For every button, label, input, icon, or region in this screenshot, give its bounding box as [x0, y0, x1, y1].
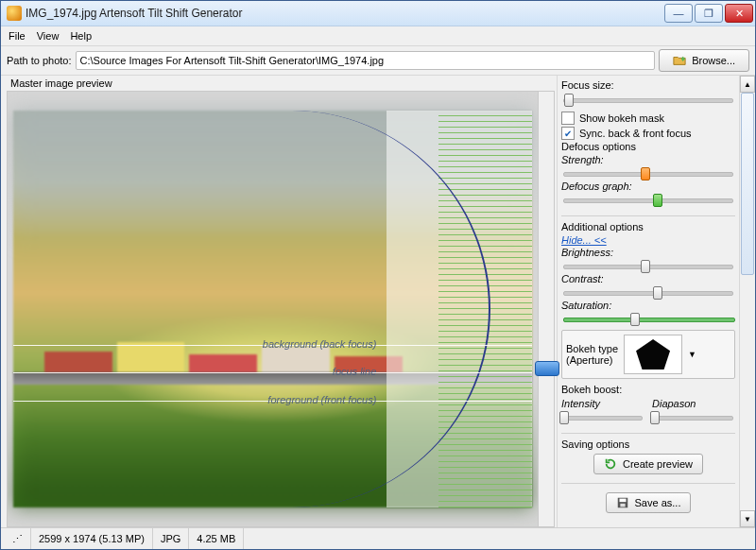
sync-focus-label: Sync. back & front focus	[579, 128, 692, 139]
chevron-down-icon[interactable]: ▼	[688, 350, 696, 359]
create-preview-label: Create preview	[623, 458, 693, 470]
path-input[interactable]	[76, 51, 656, 70]
status-dimensions: 2599 x 1974 (5.13 MP)	[31, 528, 153, 549]
pentagon-icon	[636, 339, 670, 370]
defocus-graph-label: Defocus graph:	[561, 180, 735, 192]
scroll-down-icon[interactable]: ▼	[740, 510, 755, 527]
saturation-label: Saturation:	[561, 300, 735, 311]
contrast-label: Contrast:	[561, 273, 735, 284]
close-button[interactable]: ✕	[725, 4, 753, 23]
create-preview-button[interactable]: Create preview	[593, 454, 703, 474]
focus-overlay[interactable]: background (back focus) focus line foreg…	[13, 111, 532, 507]
diapason-label: Diapason	[652, 398, 735, 409]
bokeh-type-selector[interactable]: Bokeh type (Aperture) ▼	[561, 330, 735, 379]
strength-slider[interactable]	[561, 166, 735, 180]
browse-label: Browse...	[692, 55, 735, 66]
maximize-button[interactable]: ❐	[695, 4, 723, 23]
path-label: Path to photo:	[7, 55, 72, 66]
menu-bar: File View Help	[1, 26, 755, 46]
menu-help[interactable]: Help	[70, 30, 92, 42]
refresh-icon	[604, 457, 617, 471]
folder-icon	[673, 54, 686, 67]
intensity-slider[interactable]	[561, 410, 644, 423]
bokeh-type-label: Bokeh type (Aperture)	[566, 343, 618, 366]
bokeh-aperture-preview	[624, 335, 682, 374]
focus-size-label: Focus size:	[561, 79, 735, 91]
window-titlebar: IMG_1974.jpg Artensoft Tilt Shift Genera…	[1, 1, 755, 26]
svg-rect-1	[619, 499, 626, 503]
brightness-slider[interactable]	[561, 259, 735, 272]
focus-line[interactable]	[13, 372, 532, 373]
diapason-slider[interactable]	[652, 410, 735, 423]
save-icon	[616, 496, 629, 509]
image-preview[interactable]: background (back focus) focus line foreg…	[7, 91, 539, 527]
brightness-label: Brightness:	[561, 247, 735, 258]
defocus-options-label: Defocus options	[561, 141, 735, 152]
focus-line-label: focus line	[333, 367, 376, 378]
minimize-button[interactable]: —	[664, 4, 693, 23]
contrast-slider[interactable]	[561, 285, 735, 299]
save-as-label: Save as...	[635, 497, 681, 508]
defocus-graph-slider[interactable]	[561, 193, 735, 206]
scroll-up-icon[interactable]: ▲	[740, 76, 755, 93]
strength-label: Strength:	[561, 154, 735, 165]
bokeh-boost-label: Bokeh boost:	[561, 384, 735, 395]
status-filesize: 4.25 MB	[189, 528, 244, 549]
back-focus-label: background (back focus)	[263, 338, 376, 350]
save-as-button[interactable]: Save as...	[606, 492, 692, 513]
preview-slider-thumb[interactable]	[535, 361, 559, 376]
window-title: IMG_1974.jpg Artensoft Tilt Shift Genera…	[26, 7, 664, 20]
hide-options-link[interactable]: Hide... <<	[561, 234, 607, 246]
path-row: Path to photo: Browse...	[1, 46, 755, 76]
menu-view[interactable]: View	[37, 30, 60, 42]
browse-button[interactable]: Browse...	[659, 49, 749, 72]
menu-file[interactable]: File	[9, 30, 26, 42]
status-resize-grip[interactable]: ⋰	[5, 528, 31, 549]
svg-rect-2	[620, 504, 625, 507]
options-panel: Focus size: Show bokeh mask ✔ Sync. back…	[557, 76, 739, 527]
intensity-label: Intensity	[561, 398, 644, 409]
show-bokeh-checkbox[interactable]: Show bokeh mask	[561, 112, 735, 125]
panel-scrollbar[interactable]: ▲ ▼	[739, 76, 755, 527]
status-bar: ⋰ 2599 x 1974 (5.13 MP) JPG 4.25 MB	[1, 527, 755, 549]
sync-focus-checkbox[interactable]: ✔ Sync. back & front focus	[561, 127, 735, 140]
status-format: JPG	[153, 528, 189, 549]
preview-slider[interactable]	[539, 91, 555, 527]
saturation-slider[interactable]	[561, 312, 735, 325]
focus-size-slider[interactable]	[561, 93, 735, 106]
scrollbar-thumb[interactable]	[741, 93, 754, 275]
saving-options-label: Saving options	[561, 438, 735, 450]
show-bokeh-label: Show bokeh mask	[579, 112, 664, 124]
additional-options-label: Additional options	[561, 221, 735, 232]
front-focus-label: foreground (front focus)	[267, 394, 376, 405]
preview-label: Master image preview	[10, 77, 555, 89]
app-icon	[7, 6, 22, 21]
